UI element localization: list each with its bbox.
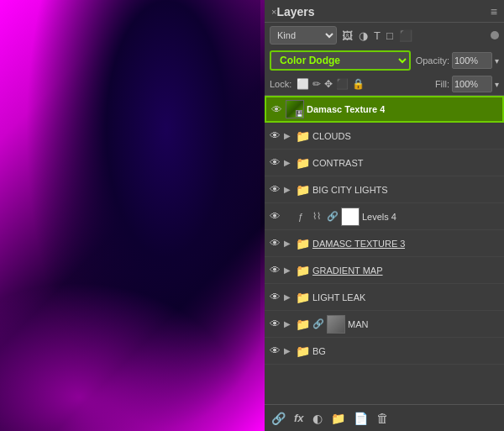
- levels-chain-icon: 🔗: [327, 211, 339, 222]
- filter-icons: 🖼 ◑ T □ ⬛: [340, 29, 487, 43]
- lock-all-icon[interactable]: 🔒: [352, 78, 365, 90]
- footer-icons: 🔗 fx ◐ 📁 📄 🗑: [271, 411, 389, 425]
- panel-title: Layers: [276, 5, 314, 18]
- opacity-label: Opacity:: [416, 55, 449, 66]
- layer-item-damasc-texture-4[interactable]: 👁 💾 Damasc Texture 4: [265, 96, 504, 123]
- link-icon[interactable]: 🔗: [271, 412, 286, 425]
- arrow-icon-light-leak[interactable]: ▶: [284, 292, 292, 302]
- folder-icon-light-leak: 📁: [295, 291, 310, 304]
- new-layer-icon[interactable]: 📄: [354, 412, 368, 425]
- layers-panel: × Layers ≡ Kind 🖼 ◑ T □ ⬛ Color Dodge No…: [265, 0, 504, 431]
- layer-name-gradient-map: GRADIENT MAP: [312, 265, 383, 276]
- layer-item-contrast[interactable]: 👁 ▶ 📁 CONTRAST: [265, 150, 504, 176]
- layer-item-levels-4[interactable]: 👁 ▶ ƒ ⌇⌇ 🔗 Levels 4: [265, 203, 504, 230]
- arrow-icon-damasc-3[interactable]: ▶: [284, 239, 292, 248]
- eye-icon-contrast[interactable]: 👁: [268, 156, 281, 169]
- arrow-icon-gradient-map[interactable]: ▶: [284, 265, 292, 275]
- filter-type-icon[interactable]: T: [372, 29, 382, 43]
- layer-name-light-leak: LIGHT LEAK: [312, 292, 365, 302]
- panel-menu-icon[interactable]: ≡: [491, 5, 497, 18]
- eye-icon-big-city[interactable]: 👁: [268, 183, 281, 196]
- folder-icon-bg: 📁: [295, 344, 310, 358]
- arrow-icon-clouds[interactable]: ▶: [284, 131, 292, 140]
- bg-glow: [0, 263, 265, 431]
- filter-smartobject-icon[interactable]: ⬛: [397, 29, 414, 43]
- chain-icon-man: 🔗: [312, 318, 324, 329]
- layer-thumb-levels-4: [341, 208, 360, 226]
- lock-transparent-icon[interactable]: ⬜: [297, 78, 309, 90]
- folder-icon-clouds: 📁: [295, 129, 310, 143]
- layer-item-big-city-lights[interactable]: 👁 ▶ 📁 BIG CITY LIGHTS: [265, 176, 504, 203]
- layer-name-bg: BG: [312, 346, 326, 356]
- layer-name-damasc-4: Damasc Texture 4: [307, 104, 385, 114]
- eye-icon-levels-4[interactable]: 👁: [268, 210, 281, 223]
- lock-row: Lock: ⬜ ✏ ✥ ⬛ 🔒 Fill: ▾: [265, 73, 504, 96]
- fill-group: Fill: ▾: [435, 76, 499, 92]
- arrow-icon-man[interactable]: ▶: [284, 319, 292, 329]
- save-badge: 💾: [296, 110, 302, 117]
- lock-move-icon[interactable]: ✥: [324, 78, 333, 90]
- folder-icon-gradient-map: 📁: [295, 264, 310, 277]
- background-canvas: [0, 0, 265, 431]
- layer-item-damasc-texture-3[interactable]: 👁 ▶ 📁 DAMASC TEXTURE 3: [265, 230, 504, 257]
- layer-name-contrast: CONTRAST: [312, 158, 364, 168]
- lock-label: Lock:: [270, 79, 291, 89]
- filter-toggle-circle[interactable]: [491, 31, 499, 39]
- folder-icon-damasc-3: 📁: [295, 237, 310, 250]
- layer-thumb-damasc-4: 💾: [286, 100, 304, 118]
- panel-header: × Layers ≡: [265, 0, 504, 23]
- layer-item-man[interactable]: 👁 ▶ 📁 🔗 MAN: [265, 311, 504, 338]
- opacity-input[interactable]: [452, 52, 492, 69]
- levels-curve-icon: ⌇⌇: [309, 211, 324, 222]
- lock-paint-icon[interactable]: ✏: [312, 78, 321, 90]
- panel-footer: 🔗 fx ◐ 📁 📄 🗑: [265, 404, 504, 431]
- layer-name-man: MAN: [348, 319, 368, 329]
- arrow-icon-contrast[interactable]: ▶: [284, 158, 292, 167]
- fill-input[interactable]: [452, 76, 492, 92]
- layer-item-clouds[interactable]: 👁 ▶ 📁 CLOUDS: [265, 123, 504, 150]
- delete-layer-icon[interactable]: 🗑: [376, 411, 389, 425]
- eye-icon-bg[interactable]: 👁: [268, 344, 281, 357]
- folder-new-icon[interactable]: 📁: [331, 412, 345, 425]
- arrow-icon-bg[interactable]: ▶: [284, 346, 292, 355]
- fx-button[interactable]: fx: [294, 412, 304, 424]
- filter-adjustment-icon[interactable]: ◑: [357, 29, 370, 43]
- folder-icon-contrast: 📁: [295, 156, 310, 170]
- filter-pixel-icon[interactable]: 🖼: [340, 29, 354, 43]
- layer-thumb-man: [327, 315, 345, 334]
- eye-icon-clouds[interactable]: 👁: [268, 129, 281, 142]
- layer-item-light-leak[interactable]: 👁 ▶ 📁 LIGHT LEAK: [265, 284, 504, 311]
- lock-artboard-icon[interactable]: ⬛: [336, 78, 349, 90]
- fill-chevron[interactable]: ▾: [495, 80, 499, 89]
- fill-label: Fill:: [435, 79, 449, 89]
- folder-icon-man: 📁: [295, 318, 310, 331]
- lock-icons: ⬜ ✏ ✥ ⬛ 🔒: [297, 78, 365, 90]
- blend-mode-row: Color Dodge Normal Multiply Screen Overl…: [265, 48, 504, 73]
- eye-icon-man[interactable]: 👁: [268, 318, 281, 330]
- arrow-icon-big-city[interactable]: ▶: [284, 185, 292, 194]
- blend-mode-select[interactable]: Color Dodge Normal Multiply Screen Overl…: [270, 50, 411, 71]
- eye-icon-damasc-3[interactable]: 👁: [268, 237, 281, 250]
- filter-kind-select[interactable]: Kind: [270, 26, 337, 45]
- layer-name-levels-4: Levels 4: [362, 212, 396, 222]
- eye-icon-damasc-4[interactable]: 👁: [270, 103, 283, 116]
- opacity-chevron[interactable]: ▾: [495, 56, 499, 66]
- filter-shape-icon[interactable]: □: [385, 29, 395, 43]
- folder-icon-big-city: 📁: [295, 183, 310, 197]
- adjustment-circle-icon[interactable]: ◐: [312, 412, 323, 425]
- layer-item-gradient-map[interactable]: 👁 ▶ 📁 GRADIENT MAP: [265, 257, 504, 284]
- layer-name-clouds: CLOUDS: [312, 131, 351, 141]
- layer-item-bg[interactable]: 👁 ▶ 📁 BG: [265, 338, 504, 365]
- levels-f-icon: ƒ: [295, 212, 307, 222]
- eye-icon-gradient-map[interactable]: 👁: [268, 264, 281, 276]
- opacity-group: Opacity: ▾: [416, 52, 499, 69]
- layer-name-big-city: BIG CITY LIGHTS: [312, 185, 388, 195]
- layers-list: 👁 💾 Damasc Texture 4 👁 ▶ 📁 CLOUDS 👁 ▶ 📁 …: [265, 96, 504, 404]
- filter-row: Kind 🖼 ◑ T □ ⬛: [265, 23, 504, 48]
- layer-name-damasc-3: DAMASC TEXTURE 3: [312, 239, 405, 249]
- eye-icon-light-leak[interactable]: 👁: [268, 291, 281, 303]
